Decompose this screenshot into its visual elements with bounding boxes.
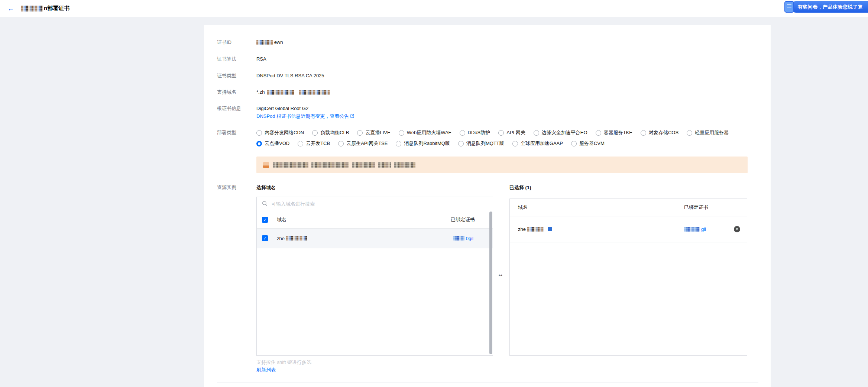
- search-icon: [262, 201, 268, 207]
- deploy-option[interactable]: 消息队列RabbitMQ版: [396, 141, 450, 146]
- deploy-option[interactable]: 内容分发网络CDN: [256, 130, 304, 136]
- redacted-domain: [527, 227, 544, 232]
- domain-text-prefix: zhe: [277, 236, 285, 241]
- panel-scrollbar[interactable]: [489, 212, 492, 354]
- page-title-text: n部署证书: [44, 5, 69, 12]
- bound-cert-link[interactable]: 0gil: [466, 236, 473, 241]
- radio-icon: [312, 130, 318, 136]
- root-cert-value: DigiCert Global Root G2 DNSPod 根证书信息近期有变…: [256, 106, 354, 120]
- deploy-option[interactable]: 云点播VOD: [256, 141, 289, 146]
- domain-row[interactable]: ✓ zhe 0gil: [257, 229, 493, 248]
- refresh-list-link[interactable]: 刷新列表: [256, 367, 276, 373]
- deploy-option-label: 消息队列MQTT版: [466, 141, 504, 146]
- deploy-option[interactable]: 云直播LIVE: [357, 130, 390, 136]
- cert-type-row: 证书类型 DNSPod DV TLS RSA CA 2025: [217, 73, 324, 79]
- deploy-option[interactable]: 服务器CVM: [571, 141, 605, 146]
- radio-icon: [256, 141, 262, 146]
- cert-type-label: 证书类型: [217, 73, 256, 79]
- radio-icon: [298, 141, 303, 146]
- deploy-option[interactable]: 轻量应用服务器: [687, 130, 729, 136]
- deploy-option[interactable]: 全球应用加速GAAP: [512, 141, 563, 146]
- radio-icon: [512, 141, 518, 146]
- domain-search-row: [257, 197, 493, 211]
- deploy-option-label: 云原生API网关TSE: [346, 141, 388, 146]
- redacted-domain: [267, 90, 294, 95]
- survey-badge-label: 有奖问卷，产品体验您说了算: [790, 1, 868, 13]
- deploy-option[interactable]: DDoS防护: [460, 130, 490, 136]
- deploy-option[interactable]: 消息队列MQTT版: [458, 141, 504, 146]
- deploy-option-label: 负载均衡CLB: [320, 130, 349, 136]
- selected-domain-row: zhe gil ✕: [510, 216, 747, 242]
- supported-domains-label: 支持域名: [217, 89, 256, 95]
- select-all-checkbox[interactable]: ✓: [262, 217, 268, 223]
- redacted-cert-name: [21, 6, 43, 12]
- deploy-option[interactable]: 云原生API网关TSE: [338, 141, 388, 146]
- root-cert-name: DigiCert Global Root G2: [256, 106, 354, 112]
- back-arrow-icon[interactable]: ←: [7, 5, 14, 12]
- supported-domains-value: *.zh: [256, 89, 330, 95]
- radio-icon: [498, 130, 504, 136]
- radio-icon: [396, 141, 401, 146]
- cert-algorithm-label: 证书算法: [217, 56, 256, 62]
- redacted-cert-id: [453, 236, 464, 241]
- radio-icon: [256, 130, 262, 136]
- radio-icon: [460, 130, 465, 136]
- deploy-option[interactable]: 容器服务TKE: [596, 130, 632, 136]
- deploy-option[interactable]: API 网关: [498, 130, 525, 136]
- selected-domains-panel: 域名 已绑定证书 zhe gil ✕: [509, 199, 747, 356]
- radio-icon: [596, 130, 601, 136]
- panel-resize-handle-icon[interactable]: ↔: [498, 271, 503, 278]
- radio-icon: [571, 141, 577, 146]
- redacted-cert-id: [684, 227, 700, 232]
- deploy-option[interactable]: 云开发TCB: [298, 141, 330, 146]
- deploy-option-label: DDoS防护: [468, 130, 490, 136]
- deploy-type-options-row2: 云点播VOD云开发TCB云原生API网关TSE消息队列RabbitMQ版消息队列…: [256, 141, 729, 146]
- domain-prefix: *.zh: [256, 89, 265, 95]
- survey-badge[interactable]: 有奖问卷，产品体验您说了算: [784, 1, 868, 13]
- resource-instance-label: 资源实例: [217, 184, 256, 190]
- deploy-option-label: 轻量应用服务器: [695, 130, 729, 136]
- deploy-option[interactable]: 对象存储COS: [641, 130, 678, 136]
- deploy-option[interactable]: Web应用防火墙WAF: [399, 130, 451, 136]
- deploy-option[interactable]: 负载均衡CLB: [312, 130, 349, 136]
- bound-cert-column-header: 已绑定证书: [451, 216, 475, 223]
- deploy-option-label: Web应用防火墙WAF: [407, 130, 451, 136]
- deploy-notice-bar: [256, 157, 748, 173]
- cert-id-row: 证书ID ewn: [217, 39, 283, 45]
- deploy-type-options-row1: 内容分发网络CDN负载均衡CLB云直播LIVEWeb应用防火墙WAFDDoS防护…: [256, 130, 729, 136]
- bound-cert-link[interactable]: gil: [701, 226, 706, 232]
- deploy-option-label: 边缘安全加速平台EO: [542, 130, 587, 136]
- deploy-option[interactable]: 边缘安全加速平台EO: [534, 130, 587, 136]
- deploy-option-label: 全球应用加速GAAP: [521, 141, 563, 146]
- domain-column-header: 域名: [518, 204, 528, 211]
- cert-id-suffix: ewn: [274, 39, 283, 45]
- deploy-option-label: 容器服务TKE: [604, 130, 632, 136]
- radio-icon: [534, 130, 539, 136]
- radio-icon: [338, 141, 344, 146]
- deploy-option-label: API 网关: [506, 130, 525, 136]
- domain-table-header: ✓ 域名 已绑定证书: [257, 211, 493, 229]
- radio-icon: [641, 130, 646, 136]
- domain-text-prefix: zhe: [518, 226, 526, 232]
- left-panel-title: 选择域名: [256, 184, 276, 191]
- redacted-cert-id: [256, 40, 273, 45]
- remove-selected-icon[interactable]: ✕: [734, 226, 740, 232]
- domain-cell: zhe: [518, 226, 552, 232]
- bound-cert-cell: 0gil: [453, 236, 473, 241]
- redacted-notice-text: [273, 162, 415, 168]
- domain-cell: zhe: [277, 236, 307, 241]
- radio-icon: [357, 130, 363, 136]
- external-link-icon: [350, 114, 354, 120]
- deploy-option-label: 服务器CVM: [579, 141, 605, 146]
- survey-doc-icon: [784, 1, 794, 13]
- deploy-type-label: 部署类型: [217, 130, 256, 136]
- domain-column-header: 域名: [277, 216, 286, 223]
- row-checkbox[interactable]: ✓: [262, 235, 268, 241]
- root-cert-notice-link[interactable]: DNSPod 根证书信息近期有变更，查看公告: [256, 113, 349, 119]
- deploy-certificate-card: 证书ID ewn 证书算法 RSA 证书类型 DNSPod DV TLS RSA…: [204, 25, 771, 387]
- radio-icon: [399, 130, 404, 136]
- root-cert-row: 根证书信息 DigiCert Global Root G2 DNSPod 根证书…: [217, 106, 354, 120]
- bound-cert-column-header: 已绑定证书: [684, 204, 708, 211]
- redacted-domain: [286, 236, 307, 241]
- domain-search-input[interactable]: [271, 201, 488, 207]
